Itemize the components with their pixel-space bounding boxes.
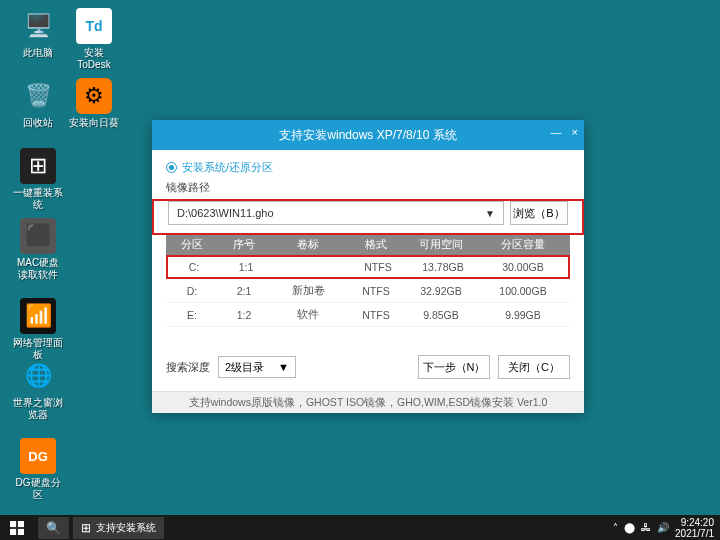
close-dialog-button[interactable]: 关闭（C） xyxy=(498,355,570,379)
clock[interactable]: 9:24:20 2021/7/1 xyxy=(675,517,714,539)
titlebar[interactable]: 支持安装windows XP/7/8/10 系统 — × xyxy=(152,120,584,150)
desktop-icon-sunflower[interactable]: ⚙安装向日葵 xyxy=(68,78,120,129)
system-tray: ˄ ⬤ 🖧 🔊 9:24:20 2021/7/1 xyxy=(613,517,720,539)
radio-dot-icon xyxy=(291,162,302,173)
table-header: 分区 序号 卷标 格式 可用空间 分区容量 xyxy=(166,235,570,255)
app-icon: ⊞ xyxy=(81,521,91,535)
tray-icon[interactable]: ⬤ xyxy=(624,522,635,533)
desktop-icon-reinstall[interactable]: ⊞一键重装系统 xyxy=(12,148,64,211)
svg-rect-3 xyxy=(18,528,24,534)
table-row[interactable]: C: 1:1 NTFS 13.78GB 30.00GB xyxy=(166,255,570,279)
path-row: D:\0623\WIN11.gho ▼ 浏览（B） xyxy=(152,199,584,235)
window-title: 支持安装windows XP/7/8/10 系统 xyxy=(279,127,456,144)
desktop-icon-todesk[interactable]: Td安装ToDesk xyxy=(68,8,120,71)
search-icon: 🔍 xyxy=(46,521,61,535)
desktop-icon-recycle[interactable]: 🗑️回收站 xyxy=(12,78,64,129)
close-button[interactable]: × xyxy=(572,126,578,138)
browse-button[interactable]: 浏览（B） xyxy=(510,201,568,225)
path-label: 镜像路径 xyxy=(152,181,584,199)
taskbar-item-search[interactable]: 🔍 xyxy=(38,517,69,539)
next-button[interactable]: 下一步（N） xyxy=(418,355,490,379)
table-row[interactable]: D: 2:1 新加卷 NTFS 32.92GB 100.00GB xyxy=(166,279,570,303)
desktop-icon-mac-disk[interactable]: ⬛MAC硬盘读取软件 xyxy=(12,218,64,281)
svg-rect-1 xyxy=(18,521,24,527)
search-depth-select[interactable]: 2级目录 ▼ xyxy=(218,356,296,378)
taskbar-item-installer[interactable]: ⊞支持安装系统 xyxy=(73,517,164,539)
network-icon[interactable]: 🖧 xyxy=(641,522,651,533)
tray-up-icon[interactable]: ˄ xyxy=(613,522,618,533)
dialog-footer: 搜索深度 2级目录 ▼ 下一步（N） 关闭（C） xyxy=(152,327,584,391)
svg-rect-2 xyxy=(10,528,16,534)
desktop-icon-this-pc[interactable]: 🖥️此电脑 xyxy=(12,8,64,59)
chevron-down-icon: ▼ xyxy=(278,361,289,373)
svg-rect-0 xyxy=(10,521,16,527)
minimize-button[interactable]: — xyxy=(551,126,562,138)
start-button[interactable] xyxy=(0,515,34,540)
status-bar: 支持windows原版镜像，GHOST ISO镜像，GHO,WIM,ESD镜像安… xyxy=(152,391,584,413)
desktop-icon-dg[interactable]: DGDG硬盘分区 xyxy=(12,438,64,501)
radio-install[interactable]: 安装系统/还原分区 xyxy=(166,160,273,175)
radio-dot-icon xyxy=(166,162,177,173)
installer-dialog: 支持安装windows XP/7/8/10 系统 — × 安装系统/还原分区 备… xyxy=(152,120,584,413)
radio-backup[interactable]: 备份系统/GHO,WIN,ESD xyxy=(291,160,429,175)
search-depth-label: 搜索深度 xyxy=(166,360,210,375)
chevron-down-icon: ▼ xyxy=(485,208,495,219)
desktop-icon-network[interactable]: 📶网络管理面板 xyxy=(12,298,64,361)
table-row[interactable]: E: 1:2 软件 NTFS 9.85GB 9.99GB xyxy=(166,303,570,327)
path-value: D:\0623\WIN11.gho xyxy=(177,207,274,219)
volume-icon[interactable]: 🔊 xyxy=(657,522,669,533)
desktop-icon-browser[interactable]: 🌐世界之窗浏览器 xyxy=(12,358,64,421)
taskbar: 🔍 ⊞支持安装系统 ˄ ⬤ 🖧 🔊 9:24:20 2021/7/1 xyxy=(0,515,720,540)
partition-table: 分区 序号 卷标 格式 可用空间 分区容量 C: 1:1 NTFS 13.78G… xyxy=(166,235,570,327)
image-path-select[interactable]: D:\0623\WIN11.gho ▼ xyxy=(168,201,504,225)
mode-radios: 安装系统/还原分区 备份系统/GHO,WIN,ESD xyxy=(152,150,584,181)
